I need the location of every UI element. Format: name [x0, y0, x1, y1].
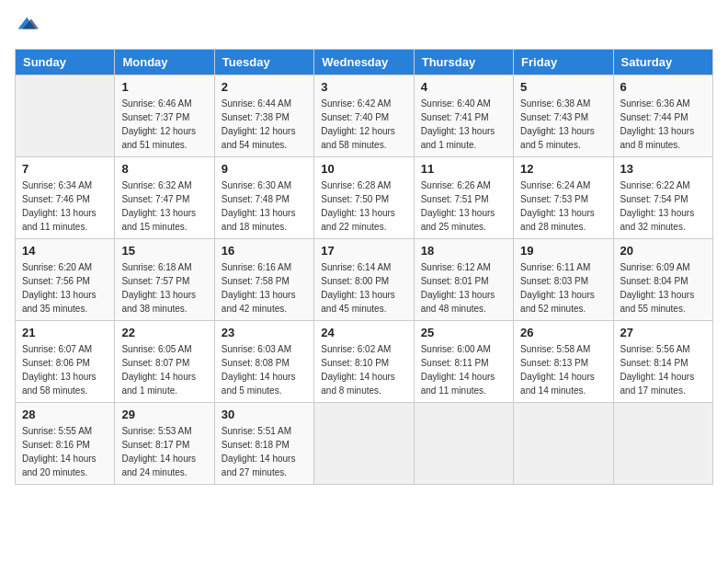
- day-info: Sunrise: 6:36 AM Sunset: 7:44 PM Dayligh…: [620, 97, 706, 152]
- calendar-cell: [514, 402, 613, 484]
- day-number: 6: [620, 80, 706, 94]
- day-number: 23: [222, 326, 307, 339]
- day-number: 15: [121, 244, 207, 258]
- day-number: 13: [620, 162, 706, 176]
- logo-icon: [17, 15, 39, 33]
- day-info: Sunrise: 6:30 AM Sunset: 7:48 PM Dayligh…: [222, 178, 307, 234]
- calendar-cell: 10Sunrise: 6:28 AM Sunset: 7:50 PM Dayli…: [314, 156, 414, 238]
- day-header-wednesday: Wednesday: [314, 49, 414, 75]
- day-number: 4: [421, 80, 506, 94]
- calendar-cell: 11Sunrise: 6:26 AM Sunset: 7:51 PM Dayli…: [414, 156, 513, 238]
- day-info: Sunrise: 6:12 AM Sunset: 8:01 PM Dayligh…: [421, 260, 506, 316]
- day-info: Sunrise: 5:56 AM Sunset: 8:14 PM Dayligh…: [620, 342, 706, 397]
- calendar-cell: 12Sunrise: 6:24 AM Sunset: 7:53 PM Dayli…: [514, 156, 613, 238]
- calendar-cell: 25Sunrise: 6:00 AM Sunset: 8:11 PM Dayli…: [414, 320, 513, 402]
- calendar-cell: 6Sunrise: 6:36 AM Sunset: 7:44 PM Daylig…: [613, 75, 712, 156]
- day-number: 26: [520, 326, 606, 339]
- day-number: 22: [121, 326, 207, 339]
- day-number: 7: [22, 162, 108, 176]
- day-number: 10: [321, 162, 406, 176]
- day-info: Sunrise: 6:28 AM Sunset: 7:50 PM Dayligh…: [321, 178, 406, 234]
- calendar-cell: 2Sunrise: 6:44 AM Sunset: 7:38 PM Daylig…: [214, 75, 313, 156]
- day-number: 27: [620, 326, 706, 339]
- calendar-cell: 17Sunrise: 6:14 AM Sunset: 8:00 PM Dayli…: [314, 238, 414, 320]
- day-number: 21: [22, 326, 108, 339]
- calendar-cell: [613, 402, 712, 484]
- calendar-cell: 26Sunrise: 5:58 AM Sunset: 8:13 PM Dayli…: [514, 320, 613, 402]
- calendar-cell: 16Sunrise: 6:16 AM Sunset: 7:58 PM Dayli…: [214, 238, 313, 320]
- page-header: [15, 15, 713, 38]
- logo-text: [15, 15, 39, 38]
- logo: [15, 15, 39, 38]
- calendar-week-1: 1Sunrise: 6:46 AM Sunset: 7:37 PM Daylig…: [16, 75, 713, 156]
- calendar-cell: 24Sunrise: 6:02 AM Sunset: 8:10 PM Dayli…: [314, 320, 414, 402]
- calendar-table: SundayMondayTuesdayWednesdayThursdayFrid…: [15, 49, 713, 485]
- day-number: 29: [121, 408, 207, 421]
- day-number: 11: [421, 162, 506, 176]
- day-info: Sunrise: 5:58 AM Sunset: 8:13 PM Dayligh…: [520, 342, 606, 397]
- day-info: Sunrise: 6:26 AM Sunset: 7:51 PM Dayligh…: [421, 178, 506, 234]
- calendar-cell: 23Sunrise: 6:03 AM Sunset: 8:08 PM Dayli…: [214, 320, 313, 402]
- calendar-cell: [16, 75, 115, 156]
- day-info: Sunrise: 6:16 AM Sunset: 7:58 PM Dayligh…: [222, 260, 307, 316]
- day-number: 28: [22, 408, 108, 421]
- calendar-cell: 5Sunrise: 6:38 AM Sunset: 7:43 PM Daylig…: [514, 75, 613, 156]
- day-header-sunday: Sunday: [16, 49, 115, 75]
- day-info: Sunrise: 6:02 AM Sunset: 8:10 PM Dayligh…: [321, 342, 406, 397]
- day-header-saturday: Saturday: [613, 49, 712, 75]
- day-info: Sunrise: 6:40 AM Sunset: 7:41 PM Dayligh…: [421, 97, 506, 152]
- day-info: Sunrise: 5:51 AM Sunset: 8:18 PM Dayligh…: [222, 424, 307, 479]
- calendar-cell: 19Sunrise: 6:11 AM Sunset: 8:03 PM Dayli…: [514, 238, 613, 320]
- day-number: 3: [321, 80, 406, 94]
- day-info: Sunrise: 6:11 AM Sunset: 8:03 PM Dayligh…: [520, 260, 606, 316]
- day-header-thursday: Thursday: [414, 49, 513, 75]
- day-info: Sunrise: 6:03 AM Sunset: 8:08 PM Dayligh…: [222, 342, 307, 397]
- day-number: 25: [421, 326, 506, 339]
- day-info: Sunrise: 5:55 AM Sunset: 8:16 PM Dayligh…: [22, 424, 108, 479]
- calendar-cell: 30Sunrise: 5:51 AM Sunset: 8:18 PM Dayli…: [214, 402, 313, 484]
- calendar-header-row: SundayMondayTuesdayWednesdayThursdayFrid…: [16, 49, 713, 75]
- calendar-cell: 21Sunrise: 6:07 AM Sunset: 8:06 PM Dayli…: [16, 320, 115, 402]
- day-number: 9: [222, 162, 307, 176]
- calendar-cell: 7Sunrise: 6:34 AM Sunset: 7:46 PM Daylig…: [16, 156, 115, 238]
- calendar-week-4: 21Sunrise: 6:07 AM Sunset: 8:06 PM Dayli…: [16, 320, 713, 402]
- calendar-cell: 29Sunrise: 5:53 AM Sunset: 8:17 PM Dayli…: [115, 402, 214, 484]
- calendar-cell: 14Sunrise: 6:20 AM Sunset: 7:56 PM Dayli…: [16, 238, 115, 320]
- day-number: 5: [520, 80, 606, 94]
- day-info: Sunrise: 6:18 AM Sunset: 7:57 PM Dayligh…: [121, 260, 207, 316]
- calendar-cell: 18Sunrise: 6:12 AM Sunset: 8:01 PM Dayli…: [414, 238, 513, 320]
- day-number: 19: [520, 244, 606, 258]
- day-info: Sunrise: 6:38 AM Sunset: 7:43 PM Dayligh…: [520, 97, 606, 152]
- day-info: Sunrise: 6:09 AM Sunset: 8:04 PM Dayligh…: [620, 260, 706, 316]
- calendar-cell: 22Sunrise: 6:05 AM Sunset: 8:07 PM Dayli…: [115, 320, 214, 402]
- calendar-week-5: 28Sunrise: 5:55 AM Sunset: 8:16 PM Dayli…: [16, 402, 713, 484]
- calendar-cell: 9Sunrise: 6:30 AM Sunset: 7:48 PM Daylig…: [214, 156, 313, 238]
- calendar-cell: 15Sunrise: 6:18 AM Sunset: 7:57 PM Dayli…: [115, 238, 214, 320]
- calendar-week-2: 7Sunrise: 6:34 AM Sunset: 7:46 PM Daylig…: [16, 156, 713, 238]
- day-info: Sunrise: 6:05 AM Sunset: 8:07 PM Dayligh…: [121, 342, 207, 397]
- day-number: 2: [222, 80, 307, 94]
- day-info: Sunrise: 6:24 AM Sunset: 7:53 PM Dayligh…: [520, 178, 606, 234]
- day-number: 8: [121, 162, 207, 176]
- day-info: Sunrise: 6:14 AM Sunset: 8:00 PM Dayligh…: [321, 260, 406, 316]
- day-header-friday: Friday: [514, 49, 613, 75]
- day-info: Sunrise: 6:44 AM Sunset: 7:38 PM Dayligh…: [222, 97, 307, 152]
- day-info: Sunrise: 6:00 AM Sunset: 8:11 PM Dayligh…: [421, 342, 506, 397]
- day-number: 16: [222, 244, 307, 258]
- day-info: Sunrise: 6:07 AM Sunset: 8:06 PM Dayligh…: [22, 342, 108, 397]
- calendar-cell: 28Sunrise: 5:55 AM Sunset: 8:16 PM Dayli…: [16, 402, 115, 484]
- day-info: Sunrise: 6:32 AM Sunset: 7:47 PM Dayligh…: [121, 178, 207, 234]
- day-info: Sunrise: 6:34 AM Sunset: 7:46 PM Dayligh…: [22, 178, 108, 234]
- day-header-monday: Monday: [115, 49, 214, 75]
- calendar-cell: 3Sunrise: 6:42 AM Sunset: 7:40 PM Daylig…: [314, 75, 414, 156]
- day-number: 18: [421, 244, 506, 258]
- day-number: 24: [321, 326, 406, 339]
- calendar-cell: 4Sunrise: 6:40 AM Sunset: 7:41 PM Daylig…: [414, 75, 513, 156]
- day-info: Sunrise: 6:42 AM Sunset: 7:40 PM Dayligh…: [321, 97, 406, 152]
- day-info: Sunrise: 5:53 AM Sunset: 8:17 PM Dayligh…: [121, 424, 207, 479]
- calendar-week-3: 14Sunrise: 6:20 AM Sunset: 7:56 PM Dayli…: [16, 238, 713, 320]
- day-number: 1: [121, 80, 207, 94]
- calendar-cell: [414, 402, 513, 484]
- calendar-cell: 27Sunrise: 5:56 AM Sunset: 8:14 PM Dayli…: [613, 320, 712, 402]
- day-info: Sunrise: 6:22 AM Sunset: 7:54 PM Dayligh…: [620, 178, 706, 234]
